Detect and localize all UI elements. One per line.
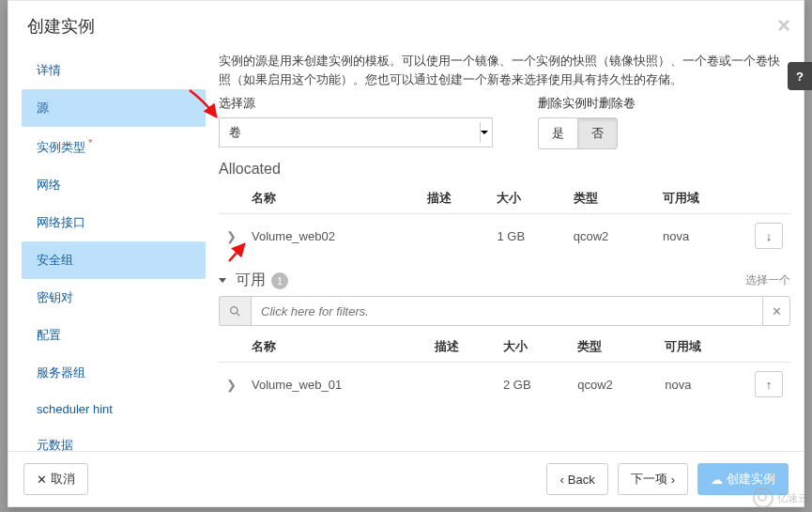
clear-filter-button[interactable]: ✕ <box>762 296 790 326</box>
next-button[interactable]: 下一项› <box>618 463 688 495</box>
available-title: 可用 <box>236 271 266 290</box>
available-header: 可用 1 选择一个 <box>219 271 790 290</box>
filter-input[interactable] <box>251 296 762 326</box>
chevron-right-icon: › <box>671 473 675 487</box>
sidebar-item-flavor[interactable]: 实例类型 * <box>22 127 206 166</box>
sidebar-item-keypair[interactable]: 密钥对 <box>22 279 206 317</box>
sidebar-item-source[interactable]: 源 <box>22 89 206 127</box>
cancel-label: 取消 <box>51 471 75 488</box>
search-icon <box>219 296 251 326</box>
back-label: Back <box>568 473 595 487</box>
help-icon[interactable]: ? <box>788 62 812 90</box>
sidebar-item-label: 实例类型 <box>37 140 85 154</box>
table-row: ❯ Volume_web02 1 GB qcow2 nova ↓ <box>219 214 790 258</box>
sidebar-item-label: 安全组 <box>37 253 73 267</box>
select-source-label: 选择源 <box>219 95 493 112</box>
sidebar-item-label: scheduler hint <box>37 402 113 416</box>
select-one-hint: 选择一个 <box>745 272 790 288</box>
chevron-down-icon <box>219 278 226 283</box>
wizard-content: 实例的源是用来创建实例的模板。可以使用一个镜像、一个实例的快照（镜像快照）、一个… <box>206 52 804 463</box>
add-button[interactable]: ↑ <box>755 371 783 397</box>
chevron-down-icon <box>481 131 488 134</box>
sidebar-item-label: 详情 <box>37 63 61 77</box>
cell-size: 2 GB <box>496 363 570 407</box>
source-controls-row: 选择源 卷 删除实例时删除卷 是 否 <box>219 95 790 149</box>
delete-volume-field: 删除实例时删除卷 是 否 <box>538 95 636 149</box>
col-type: 类型 <box>570 332 657 363</box>
toggle-no[interactable]: 否 <box>577 117 618 149</box>
col-desc: 描述 <box>427 332 496 363</box>
cancel-button[interactable]: ✕取消 <box>23 463 88 495</box>
watermark-text: 亿速云 <box>777 491 808 505</box>
chevron-left-icon: ‹ <box>559 473 563 487</box>
modal-title: 创建实例 <box>27 15 785 38</box>
col-name: 名称 <box>244 332 427 363</box>
cell-type: qcow2 <box>566 214 655 258</box>
col-desc: 描述 <box>420 183 490 214</box>
remove-button[interactable]: ↓ <box>755 223 783 249</box>
delete-volume-toggle: 是 否 <box>538 117 636 149</box>
sidebar-item-label: 网络 <box>37 178 61 192</box>
delete-volume-label: 删除实例时删除卷 <box>538 95 636 112</box>
create-instance-modal: 创建实例 × 详情 源 实例类型 * 网络 网络接口 安全组 密钥对 配置 服务… <box>8 0 804 507</box>
table-row: ❯ Volume_web_01 2 GB qcow2 nova ↑ <box>219 363 790 407</box>
sidebar-item-scheduler-hint[interactable]: scheduler hint <box>22 392 206 427</box>
cell-name: Volume_web02 <box>244 214 420 258</box>
sidebar-item-label: 服务器组 <box>37 365 85 380</box>
cell-zone: nova <box>655 214 747 258</box>
cell-desc <box>420 214 490 258</box>
sidebar-item-details[interactable]: 详情 <box>22 52 206 89</box>
modal-body: 详情 源 实例类型 * 网络 网络接口 安全组 密钥对 配置 服务器组 sche… <box>8 52 804 463</box>
chevron-right-icon[interactable]: ❯ <box>226 229 237 243</box>
col-size: 大小 <box>496 332 570 363</box>
launch-label: 创建实例 <box>727 471 775 488</box>
chevron-right-icon[interactable]: ❯ <box>226 378 237 392</box>
allocated-table: 名称 描述 大小 类型 可用域 ❯ Volume_web02 1 GB qc <box>219 183 790 257</box>
cell-zone: nova <box>657 363 747 407</box>
select-source-field: 选择源 卷 <box>219 95 493 147</box>
sidebar-item-label: 密钥对 <box>37 290 73 304</box>
toggle-yes[interactable]: 是 <box>538 117 577 149</box>
sidebar-item-network[interactable]: 网络 <box>22 166 206 204</box>
watermark: 亿速云 <box>753 488 808 508</box>
select-source-dropdown[interactable]: 卷 <box>219 117 493 147</box>
watermark-logo-icon <box>753 488 774 508</box>
col-name: 名称 <box>244 183 420 214</box>
col-zone: 可用域 <box>655 183 747 214</box>
cell-type: qcow2 <box>570 363 657 407</box>
modal-footer: ✕取消 ‹Back 下一项› ☁创建实例 <box>8 451 804 506</box>
required-marker: * <box>85 137 92 148</box>
svg-line-1 <box>237 313 239 316</box>
sidebar-item-configuration[interactable]: 配置 <box>22 317 206 354</box>
modal-header: 创建实例 × <box>8 1 804 52</box>
sidebar-item-label: 源 <box>37 101 49 115</box>
filter-row: ✕ <box>219 296 790 326</box>
close-icon[interactable]: × <box>777 12 790 39</box>
sidebar-item-security-groups[interactable]: 安全组 <box>22 241 206 279</box>
allocated-title: Allocated <box>219 161 790 178</box>
sidebar-item-server-groups[interactable]: 服务器组 <box>22 354 206 392</box>
sidebar-item-label: 网络接口 <box>37 215 85 229</box>
back-button[interactable]: ‹Back <box>546 463 607 495</box>
next-label: 下一项 <box>631 471 667 488</box>
intro-text: 实例的源是用来创建实例的模板。可以使用一个镜像、一个实例的快照（镜像快照）、一个… <box>219 52 790 89</box>
col-size: 大小 <box>489 183 565 214</box>
available-count-badge: 1 <box>271 272 288 289</box>
cell-desc <box>427 363 496 407</box>
cell-size: 1 GB <box>489 214 565 258</box>
cloud-upload-icon: ☁ <box>711 473 723 487</box>
col-type: 类型 <box>566 183 655 214</box>
available-table: 名称 描述 大小 类型 可用域 ❯ Volume_web_01 2 GB q <box>219 332 790 406</box>
close-icon: ✕ <box>37 473 47 487</box>
sidebar-item-ports[interactable]: 网络接口 <box>22 204 206 241</box>
cell-name: Volume_web_01 <box>244 363 427 407</box>
sidebar-item-label: 配置 <box>37 328 61 342</box>
svg-point-0 <box>231 306 237 313</box>
select-source-value: 卷 <box>229 124 241 141</box>
col-zone: 可用域 <box>657 332 747 363</box>
available-title-wrap[interactable]: 可用 1 <box>219 271 288 290</box>
wizard-sidebar: 详情 源 实例类型 * 网络 网络接口 安全组 密钥对 配置 服务器组 sche… <box>8 52 206 463</box>
